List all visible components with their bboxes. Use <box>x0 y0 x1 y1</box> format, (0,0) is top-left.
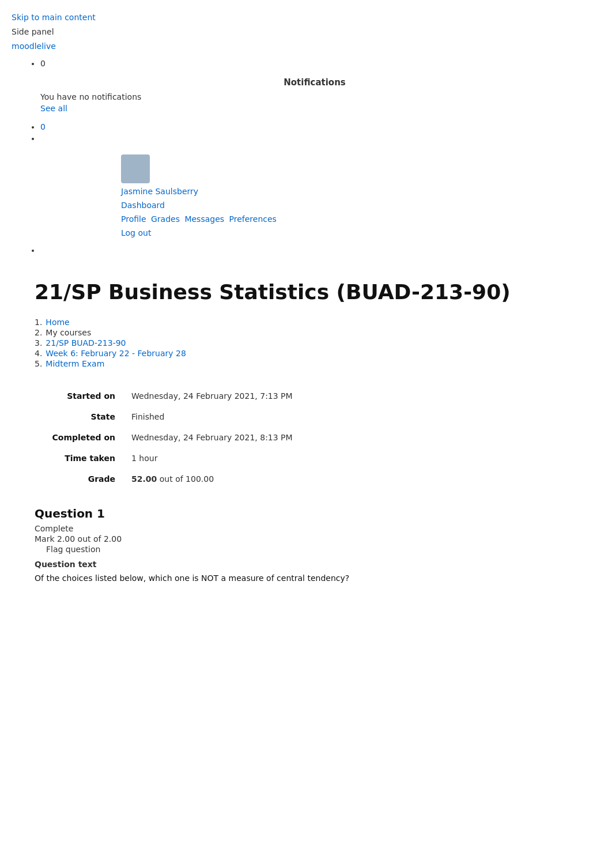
breadcrumb-item-5: 5. Midterm Exam <box>35 359 542 368</box>
notifications-title: Notifications <box>40 77 589 88</box>
started-on-value: Wednesday, 24 February 2021, 7:13 PM <box>127 386 438 406</box>
state-value: Finished <box>127 406 438 427</box>
messages-link[interactable]: Messages <box>184 214 224 224</box>
state-row: State Finished <box>35 406 438 427</box>
question-1-mark: Mark 2.00 out of 2.00 <box>35 534 542 544</box>
time-taken-value: 1 hour <box>127 448 438 469</box>
grade-row: Grade 52.00 out of 100.00 <box>35 469 438 489</box>
notification-count-item-2: 0 <box>40 122 600 131</box>
question-text-label: Question text <box>35 560 542 569</box>
top-links: Skip to main content Side panel moodleli… <box>0 0 612 56</box>
preferences-link[interactable]: Preferences <box>229 214 277 224</box>
see-all-link[interactable]: See all <box>40 104 67 113</box>
profile-link[interactable]: Profile <box>121 214 146 224</box>
grades-link[interactable]: Grades <box>151 214 180 224</box>
notification-area: 0 Notifications You have no notification… <box>0 59 612 255</box>
breadcrumb: 1. Home 2. My courses 3. 21/SP BUAD-213-… <box>35 318 542 368</box>
logout-link[interactable]: Log out <box>121 228 589 237</box>
breadcrumb-mycourses: My courses <box>46 328 91 337</box>
completed-on-value: Wednesday, 24 February 2021, 8:13 PM <box>127 427 438 448</box>
state-label: State <box>35 406 127 427</box>
time-taken-label: Time taken <box>35 448 127 469</box>
page-title: 21/SP Business Statistics (BUAD-213-90) <box>35 280 542 304</box>
question-1-status: Complete <box>35 524 542 533</box>
notification-count-item: 0 <box>40 59 600 68</box>
user-name: Jasmine Saulsberry <box>121 187 589 196</box>
user-section: Jasmine Saulsberry Dashboard Profile Gra… <box>29 149 600 243</box>
notifications-empty-text: You have no notifications <box>40 92 589 101</box>
breadcrumb-item-3: 3. 21/SP BUAD-213-90 <box>35 338 542 348</box>
main-content: 21/SP Business Statistics (BUAD-213-90) … <box>0 257 576 607</box>
trailing-bullet <box>40 246 600 255</box>
time-taken-row: Time taken 1 hour <box>35 448 438 469</box>
site-name-link[interactable]: moodlelive <box>12 41 56 51</box>
grade-label: Grade <box>35 469 127 489</box>
grade-cell: 52.00 out of 100.00 <box>127 469 438 489</box>
notification-count-link[interactable]: 0 <box>40 122 46 131</box>
side-panel-label: Side panel <box>12 27 54 36</box>
completed-on-row: Completed on Wednesday, 24 February 2021… <box>35 427 438 448</box>
completed-on-label: Completed on <box>35 427 127 448</box>
user-nav-links: Profile Grades Messages Preferences <box>121 214 589 224</box>
started-on-row: Started on Wednesday, 24 February 2021, … <box>35 386 438 406</box>
quiz-info-table: Started on Wednesday, 24 February 2021, … <box>35 386 438 489</box>
breadcrumb-course-link[interactable]: 21/SP BUAD-213-90 <box>46 338 126 348</box>
breadcrumb-item-4: 4. Week 6: February 22 - February 28 <box>35 349 542 358</box>
empty-bullet <box>40 134 600 143</box>
breadcrumb-exam-link[interactable]: Midterm Exam <box>46 359 104 368</box>
grade-out-of: out of 100.00 <box>160 474 214 484</box>
breadcrumb-week-link[interactable]: Week 6: February 22 - February 28 <box>46 349 186 358</box>
flag-question-label[interactable]: Flag question <box>46 545 542 554</box>
question-1-section: Question 1 Complete Mark 2.00 out of 2.0… <box>35 507 542 584</box>
skip-to-main[interactable]: Skip to main content <box>12 13 96 22</box>
question-1-header: Question 1 <box>35 507 542 520</box>
breadcrumb-item-2: 2. My courses <box>35 328 542 337</box>
notifications-box: Notifications You have no notifications … <box>29 70 600 120</box>
notification-count: 0 <box>40 59 46 68</box>
avatar <box>121 154 150 183</box>
user-name-link[interactable]: Jasmine Saulsberry <box>121 187 198 196</box>
breadcrumb-home-link[interactable]: Home <box>46 318 69 327</box>
question-1-body: Of the choices listed below, which one i… <box>35 572 542 584</box>
started-on-label: Started on <box>35 386 127 406</box>
breadcrumb-item-1: 1. Home <box>35 318 542 327</box>
grade-value: 52.00 <box>131 474 157 484</box>
dashboard-link[interactable]: Dashboard <box>121 201 589 210</box>
